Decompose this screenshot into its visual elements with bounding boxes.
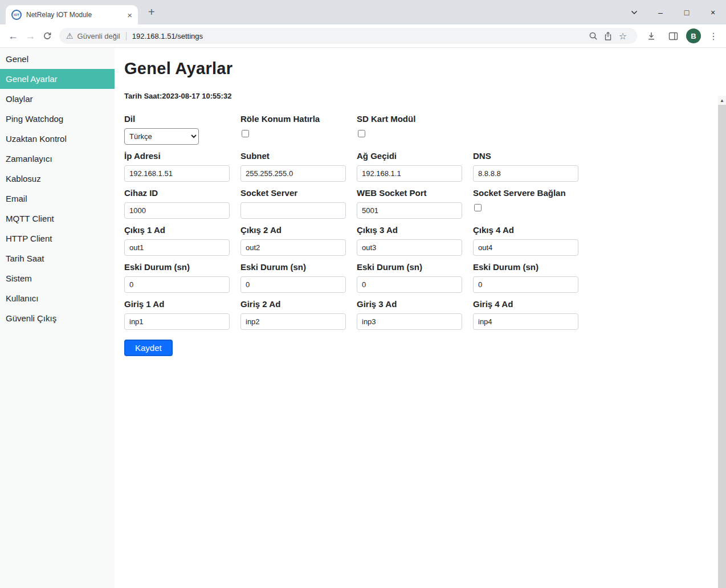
sidebar-item-sistem[interactable]: Sistem (0, 268, 115, 288)
cikis-2-ad-input[interactable] (240, 239, 346, 256)
sidebar-item-kullanici[interactable]: Kullanıcı (0, 288, 115, 308)
sidebar-item-tarih-saat[interactable]: Tarih Saat (0, 248, 115, 268)
settings-page: Genel Ayarlar Tarih Saat:2023-08-17 10:5… (115, 48, 726, 588)
eski-durum-4-label: Eski Durum (sn) (473, 262, 589, 272)
close-button[interactable]: × (700, 0, 726, 24)
cikis-3-ad-input[interactable] (357, 239, 462, 256)
eski-durum-1-input[interactable] (124, 276, 230, 293)
sidebar-item-kablosuz[interactable]: Kablosuz (0, 169, 115, 189)
ag-gecidi-input[interactable] (357, 165, 462, 182)
window-menu-chevron-icon[interactable] (621, 0, 647, 24)
sidebar-item-genel[interactable]: Genel (0, 49, 115, 69)
field-cihaz-id: Cihaz ID (124, 188, 240, 225)
omnibox-separator (126, 32, 127, 40)
sidebar-item-ping-watchdog[interactable]: Ping Watchdog (0, 109, 115, 129)
download-icon[interactable] (643, 27, 660, 44)
browser-tab[interactable]: IOT NetRelay IOT Module × (6, 5, 138, 24)
cikis-4-ad-input[interactable] (473, 239, 578, 256)
share-icon[interactable] (601, 31, 615, 41)
socket-servere-baglan-checkbox[interactable] (474, 204, 482, 211)
iot-favicon-icon: IOT (11, 10, 22, 20)
profile-avatar[interactable]: B (686, 28, 701, 43)
role-konum-hatirla-label: Röle Konum Hatırla (240, 114, 357, 124)
field-giris-4-ad: Giriş 4 Ad (473, 299, 589, 336)
tab-title: NetRelay IOT Module (26, 11, 123, 19)
dil-select[interactable]: Türkçe (124, 128, 199, 145)
role-konum-hatirla-checkbox[interactable] (242, 130, 249, 137)
giris-4-ad-input[interactable] (473, 313, 578, 330)
page-scrollbar[interactable]: ▲ ▼ (718, 96, 726, 588)
socket-server-label: Socket Server (240, 188, 357, 198)
field-eski-durum-1: Eski Durum (sn) (124, 262, 240, 299)
browser-navbar: ← → ⚠ Güvenli değil 192.168.1.51/setting… (0, 24, 726, 48)
sidebar-item-uzaktan-kontrol[interactable]: Uzaktan Kontrol (0, 129, 115, 149)
field-ag-gecidi: Ağ Geçidi (357, 151, 473, 188)
sidebar-item-genel-ayarlar[interactable]: Genel Ayarlar (0, 69, 115, 89)
eski-durum-2-label: Eski Durum (sn) (240, 262, 357, 272)
sidebar-item-zamanlayici[interactable]: Zamanlayıcı (0, 149, 115, 169)
sidebar-item-http-client[interactable]: HTTP Client (0, 228, 115, 248)
giris-1-ad-input[interactable] (124, 313, 230, 330)
cihaz-id-input[interactable] (124, 202, 230, 219)
socket-server-input[interactable] (240, 202, 346, 219)
field-eski-durum-2: Eski Durum (sn) (240, 262, 357, 299)
giris-4-ad-label: Giriş 4 Ad (473, 299, 589, 309)
browser-titlebar: IOT NetRelay IOT Module × + – □ × (0, 0, 726, 24)
tab-close-icon[interactable]: × (127, 11, 132, 19)
scrollbar-thumb[interactable] (718, 105, 726, 588)
forward-icon[interactable]: → (22, 27, 39, 44)
minimize-button[interactable]: – (647, 0, 674, 24)
not-secure-warning-icon: ⚠ (66, 31, 74, 40)
subnet-input[interactable] (240, 165, 346, 182)
bookmark-star-icon[interactable]: ☆ (615, 31, 630, 42)
ag-gecidi-label: Ağ Geçidi (357, 151, 473, 161)
search-icon[interactable] (586, 31, 601, 40)
sd-kart-modul-checkbox[interactable] (358, 130, 365, 137)
save-button[interactable]: Kaydet (124, 340, 173, 356)
field-sd-kart-modul: SD Kart Modül (357, 114, 473, 151)
reload-icon[interactable] (39, 27, 56, 44)
url-text[interactable]: 192.168.1.51/settings (132, 32, 203, 40)
cikis-1-ad-label: Çıkış 1 Ad (124, 225, 240, 235)
giris-3-ad-input[interactable] (357, 313, 462, 330)
field-cikis-4-ad: Çıkış 4 Ad (473, 225, 589, 262)
field-socket-server: Socket Server (240, 188, 357, 225)
new-tab-button[interactable]: + (148, 6, 155, 18)
page-title: Genel Ayarlar (124, 59, 726, 78)
web-socket-port-input[interactable] (357, 202, 462, 219)
sidebar-item-email[interactable]: Email (0, 189, 115, 209)
sidebar-nav: Genel Genel Ayarlar Olaylar Ping Watchdo… (0, 48, 115, 588)
field-giris-2-ad: Giriş 2 Ad (240, 299, 357, 336)
giris-2-ad-input[interactable] (240, 313, 346, 330)
browser-menu-icon[interactable]: ⋮ (705, 31, 721, 42)
giris-3-ad-label: Giriş 3 Ad (357, 299, 473, 309)
side-panel-icon[interactable] (664, 27, 682, 44)
field-web-socket-port: WEB Socket Port (357, 188, 473, 225)
field-subnet: Subnet (240, 151, 357, 188)
giris-1-ad-label: Giriş 1 Ad (124, 299, 240, 309)
ip-adresi-input[interactable] (124, 165, 230, 182)
web-socket-port-label: WEB Socket Port (357, 188, 473, 198)
sidebar-item-mqtt-client[interactable]: MQTT Client (0, 209, 115, 228)
sidebar-item-olaylar[interactable]: Olaylar (0, 89, 115, 109)
field-socket-servere-baglan: Socket Servere Bağlan (473, 188, 589, 225)
field-eski-durum-4: Eski Durum (sn) (473, 262, 589, 299)
cihaz-id-label: Cihaz ID (124, 188, 240, 198)
field-empty (473, 114, 589, 151)
eski-durum-2-input[interactable] (240, 276, 346, 293)
maximize-button[interactable]: □ (674, 0, 700, 24)
eski-durum-4-input[interactable] (473, 276, 578, 293)
navbar-right-icons: B ⋮ (643, 27, 721, 44)
socket-servere-baglan-label: Socket Servere Bağlan (473, 188, 589, 198)
datetime-text: Tarih Saat:2023-08-17 10:55:32 (124, 92, 726, 100)
cikis-1-ad-input[interactable] (124, 239, 230, 256)
dns-input[interactable] (473, 165, 578, 182)
settings-form: Dil Türkçe Röle Konum Hatırla SD Kart Mo… (124, 114, 726, 336)
scroll-up-icon[interactable]: ▲ (720, 96, 724, 105)
sidebar-item-guvenli-cikis[interactable]: Güvenli Çıkış (0, 308, 115, 328)
field-dns: DNS (473, 151, 589, 188)
field-dil: Dil Türkçe (124, 114, 240, 151)
eski-durum-3-input[interactable] (357, 276, 462, 293)
back-icon[interactable]: ← (5, 27, 22, 44)
address-bar[interactable]: ⚠ Güvenli değil 192.168.1.51/settings ☆ (59, 28, 637, 44)
